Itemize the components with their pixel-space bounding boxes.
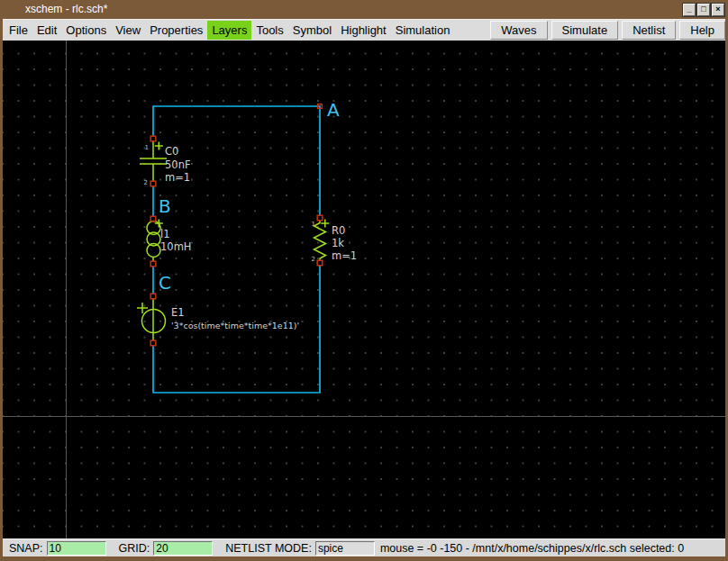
grid-label: GRID: — [119, 542, 150, 555]
origin-axes — [3, 41, 725, 538]
plus-mark-icon — [155, 142, 163, 150]
simulate-button[interactable]: Simulate — [551, 21, 619, 40]
titlebar: xschem - rlc.sch* _ □ × — [0, 0, 728, 19]
window-controls: _ □ × — [682, 4, 724, 16]
pin-icon — [150, 340, 156, 346]
capacitor-name: C0 — [165, 145, 178, 158]
menu-options[interactable]: Options — [61, 21, 111, 40]
pin-icon — [150, 181, 156, 186]
component-resistor[interactable]: 1 2 R0 1k m=1 — [312, 215, 358, 266]
node-label-b[interactable]: B — [159, 195, 171, 217]
schematic-canvas[interactable]: 1 2 C0 50nF m=1 l1 10mH — [3, 41, 725, 538]
pin-number: 1 — [145, 144, 149, 151]
resistor-name: R0 — [332, 224, 345, 237]
pin-icon — [317, 260, 323, 266]
waves-button[interactable]: Waves — [490, 21, 547, 40]
pin-icon — [150, 294, 156, 299]
source-name: E1 — [171, 306, 185, 319]
pin-icon — [150, 261, 156, 267]
window-title: xschem - rlc.sch* — [25, 0, 107, 19]
statusbar: SNAP: 10 GRID: 20 NETLIST MODE: spice mo… — [3, 538, 725, 556]
netlist-mode-label: NETLIST MODE: — [225, 542, 312, 555]
minimize-icon[interactable]: _ — [683, 4, 696, 16]
inductor-value: 10mH — [160, 240, 191, 253]
component-inductor[interactable]: l1 10mH — [147, 216, 191, 267]
component-source[interactable]: E1 '3*cos(time*time*time*1e11)' — [137, 294, 299, 346]
menu-symbol[interactable]: Symbol — [288, 21, 336, 40]
help-button[interactable]: Help — [679, 21, 725, 40]
menu-highlight[interactable]: Highlight — [336, 21, 391, 40]
inductor-name: l1 — [160, 228, 170, 240]
menu-layers[interactable]: Layers — [207, 21, 251, 40]
menu-file[interactable]: File — [5, 21, 32, 40]
xschem-window: xschem - rlc.sch* _ □ × File Edit Option… — [0, 0, 728, 561]
pin-number: 2 — [144, 179, 148, 186]
menu-tools[interactable]: Tools — [251, 21, 287, 40]
menu-edit[interactable]: Edit — [32, 21, 61, 40]
netlist-button[interactable]: Netlist — [622, 21, 676, 40]
netlist-mode-input[interactable]: spice — [315, 541, 375, 556]
snap-input[interactable]: 10 — [47, 541, 106, 556]
menu-simulation[interactable]: Simulation — [391, 21, 455, 40]
mouse-status: mouse = -0 -150 - /mnt/x/home/schippes/x… — [380, 542, 684, 555]
pin-icon — [150, 136, 156, 141]
snap-label: SNAP: — [9, 542, 43, 555]
source-value: '3*cos(time*time*time*1e11)' — [171, 321, 299, 330]
menu-properties[interactable]: Properties — [145, 21, 207, 40]
capacitor-value: 50nF — [165, 158, 191, 171]
node-label-a[interactable]: A — [327, 99, 340, 121]
grid-input[interactable]: 20 — [153, 541, 213, 556]
capacitor-mult: m=1 — [165, 171, 190, 184]
pin-number: 1 — [312, 221, 315, 228]
menu-view[interactable]: View — [111, 21, 145, 40]
close-icon[interactable]: × — [712, 4, 724, 16]
component-capacitor[interactable]: 1 2 C0 50nF m=1 — [140, 136, 191, 186]
resistor-value: 1k — [332, 237, 344, 249]
pin-icon — [317, 215, 323, 221]
node-label-c[interactable]: C — [159, 272, 171, 294]
pin-number: 2 — [312, 256, 315, 263]
menubar: File Edit Options View Properties Layers… — [3, 19, 725, 41]
schematic-drawing[interactable]: 1 2 C0 50nF m=1 l1 10mH — [3, 41, 725, 538]
maximize-icon[interactable]: □ — [697, 4, 710, 16]
resistor-mult: m=1 — [332, 249, 357, 262]
